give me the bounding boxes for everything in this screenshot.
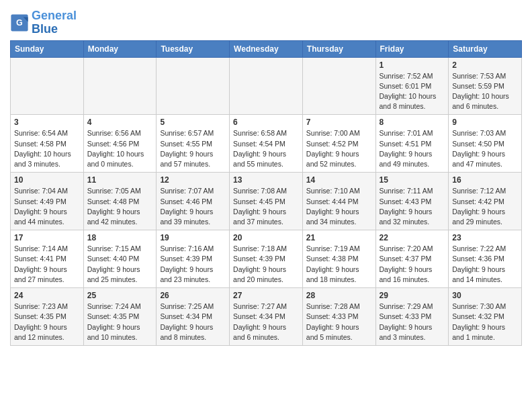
calendar-cell: 29Sunrise: 7:29 AMSunset: 4:33 PMDayligh… xyxy=(375,288,449,346)
calendar-cell: 30Sunrise: 7:30 AMSunset: 4:32 PMDayligh… xyxy=(449,288,522,346)
day-info: Sunrise: 7:15 AMSunset: 4:40 PMDaylight:… xyxy=(87,244,153,285)
day-number: 16 xyxy=(452,175,518,185)
day-info: Sunrise: 7:10 AMSunset: 4:44 PMDaylight:… xyxy=(306,186,372,227)
day-info: Sunrise: 7:22 AMSunset: 4:36 PMDaylight:… xyxy=(452,244,518,285)
weekday-header: Wednesday xyxy=(230,40,303,57)
day-number: 24 xyxy=(14,291,80,300)
day-info: Sunrise: 7:23 AMSunset: 4:35 PMDaylight:… xyxy=(14,302,80,342)
calendar-week: 24Sunrise: 7:23 AMSunset: 4:35 PMDayligh… xyxy=(11,288,522,346)
calendar-cell: 10Sunrise: 7:04 AMSunset: 4:49 PMDayligh… xyxy=(11,173,84,230)
day-number: 12 xyxy=(160,175,226,185)
day-number: 2 xyxy=(452,60,518,70)
calendar-cell xyxy=(157,57,230,115)
calendar-cell: 18Sunrise: 7:15 AMSunset: 4:40 PMDayligh… xyxy=(83,230,157,288)
day-info: Sunrise: 7:30 AMSunset: 4:32 PMDaylight:… xyxy=(452,302,518,342)
day-info: Sunrise: 7:04 AMSunset: 4:49 PMDaylight:… xyxy=(14,186,80,227)
calendar-cell: 1Sunrise: 7:52 AMSunset: 6:01 PMDaylight… xyxy=(375,57,449,115)
day-number: 25 xyxy=(87,291,153,300)
day-number: 18 xyxy=(87,233,153,242)
day-number: 8 xyxy=(380,118,445,127)
calendar-cell: 26Sunrise: 7:25 AMSunset: 4:34 PMDayligh… xyxy=(157,288,230,346)
calendar-cell: 20Sunrise: 7:18 AMSunset: 4:39 PMDayligh… xyxy=(230,230,303,288)
calendar-cell: 15Sunrise: 7:11 AMSunset: 4:43 PMDayligh… xyxy=(375,173,449,230)
calendar-cell: 11Sunrise: 7:05 AMSunset: 4:48 PMDayligh… xyxy=(83,173,157,230)
day-info: Sunrise: 7:12 AMSunset: 4:42 PMDaylight:… xyxy=(452,186,518,227)
day-number: 28 xyxy=(306,291,372,300)
day-number: 29 xyxy=(380,291,445,300)
calendar-cell: 8Sunrise: 7:01 AMSunset: 4:51 PMDaylight… xyxy=(375,115,449,173)
calendar-cell: 3Sunrise: 6:54 AMSunset: 4:58 PMDaylight… xyxy=(11,115,84,173)
calendar-week: 1Sunrise: 7:52 AMSunset: 6:01 PMDaylight… xyxy=(11,57,522,115)
day-info: Sunrise: 7:05 AMSunset: 4:48 PMDaylight:… xyxy=(87,186,153,227)
day-info: Sunrise: 7:11 AMSunset: 4:43 PMDaylight:… xyxy=(380,186,445,227)
calendar-week: 17Sunrise: 7:14 AMSunset: 4:41 PMDayligh… xyxy=(11,230,522,288)
calendar-cell: 4Sunrise: 6:56 AMSunset: 4:56 PMDaylight… xyxy=(83,115,157,173)
day-number: 22 xyxy=(380,233,445,242)
day-info: Sunrise: 7:00 AMSunset: 4:52 PMDaylight:… xyxy=(306,128,372,169)
day-number: 13 xyxy=(233,175,299,185)
day-number: 15 xyxy=(380,175,445,185)
calendar-week: 10Sunrise: 7:04 AMSunset: 4:49 PMDayligh… xyxy=(11,173,522,230)
day-info: Sunrise: 7:14 AMSunset: 4:41 PMDaylight:… xyxy=(14,244,80,285)
day-number: 3 xyxy=(14,118,80,127)
day-info: Sunrise: 7:24 AMSunset: 4:35 PMDaylight:… xyxy=(87,302,153,342)
logo: G GeneralBlue xyxy=(10,9,77,36)
day-info: Sunrise: 6:58 AMSunset: 4:54 PMDaylight:… xyxy=(233,128,299,169)
day-number: 10 xyxy=(14,175,80,185)
day-number: 4 xyxy=(87,118,153,127)
weekday-header: Thursday xyxy=(302,40,375,57)
calendar-cell: 14Sunrise: 7:10 AMSunset: 4:44 PMDayligh… xyxy=(302,173,375,230)
calendar-cell: 5Sunrise: 6:57 AMSunset: 4:55 PMDaylight… xyxy=(157,115,230,173)
day-number: 11 xyxy=(87,175,153,185)
calendar-cell: 9Sunrise: 7:03 AMSunset: 4:50 PMDaylight… xyxy=(449,115,522,173)
weekday-header: Friday xyxy=(375,40,449,57)
day-info: Sunrise: 7:03 AMSunset: 4:50 PMDaylight:… xyxy=(452,128,518,169)
day-info: Sunrise: 7:28 AMSunset: 4:33 PMDaylight:… xyxy=(306,302,372,342)
calendar-cell xyxy=(302,57,375,115)
calendar-cell xyxy=(83,57,157,115)
weekday-header: Sunday xyxy=(11,40,84,57)
weekday-header: Tuesday xyxy=(157,40,230,57)
day-number: 1 xyxy=(380,60,445,70)
day-number: 23 xyxy=(452,233,518,242)
calendar-cell: 23Sunrise: 7:22 AMSunset: 4:36 PMDayligh… xyxy=(449,230,522,288)
day-info: Sunrise: 7:27 AMSunset: 4:34 PMDaylight:… xyxy=(233,302,299,342)
calendar-cell: 19Sunrise: 7:16 AMSunset: 4:39 PMDayligh… xyxy=(157,230,230,288)
weekday-header: Monday xyxy=(83,40,157,57)
day-info: Sunrise: 7:08 AMSunset: 4:45 PMDaylight:… xyxy=(233,186,299,227)
calendar-cell: 17Sunrise: 7:14 AMSunset: 4:41 PMDayligh… xyxy=(11,230,84,288)
day-info: Sunrise: 7:07 AMSunset: 4:46 PMDaylight:… xyxy=(160,186,226,227)
day-number: 27 xyxy=(233,291,299,300)
calendar-cell: 2Sunrise: 7:53 AMSunset: 5:59 PMDaylight… xyxy=(449,57,522,115)
day-info: Sunrise: 7:29 AMSunset: 4:33 PMDaylight:… xyxy=(380,302,445,342)
day-info: Sunrise: 6:54 AMSunset: 4:58 PMDaylight:… xyxy=(14,128,80,169)
calendar-cell: 28Sunrise: 7:28 AMSunset: 4:33 PMDayligh… xyxy=(302,288,375,346)
day-info: Sunrise: 6:57 AMSunset: 4:55 PMDaylight:… xyxy=(160,128,226,169)
svg-text:G: G xyxy=(16,18,23,28)
calendar-cell: 6Sunrise: 6:58 AMSunset: 4:54 PMDaylight… xyxy=(230,115,303,173)
day-number: 6 xyxy=(233,118,299,127)
calendar-cell: 25Sunrise: 7:24 AMSunset: 4:35 PMDayligh… xyxy=(83,288,157,346)
calendar-cell: 27Sunrise: 7:27 AMSunset: 4:34 PMDayligh… xyxy=(230,288,303,346)
day-info: Sunrise: 7:16 AMSunset: 4:39 PMDaylight:… xyxy=(160,244,226,285)
logo-text: GeneralBlue xyxy=(32,9,77,36)
day-number: 20 xyxy=(233,233,299,242)
day-info: Sunrise: 6:56 AMSunset: 4:56 PMDaylight:… xyxy=(87,128,153,169)
day-number: 9 xyxy=(452,118,518,127)
calendar-cell: 22Sunrise: 7:20 AMSunset: 4:37 PMDayligh… xyxy=(375,230,449,288)
day-number: 5 xyxy=(160,118,226,127)
calendar-cell xyxy=(11,57,84,115)
weekday-header: Saturday xyxy=(449,40,522,57)
day-number: 17 xyxy=(14,233,80,242)
calendar-header: SundayMondayTuesdayWednesdayThursdayFrid… xyxy=(11,40,522,57)
calendar-cell: 13Sunrise: 7:08 AMSunset: 4:45 PMDayligh… xyxy=(230,173,303,230)
day-info: Sunrise: 7:53 AMSunset: 5:59 PMDaylight:… xyxy=(452,71,518,112)
day-info: Sunrise: 7:19 AMSunset: 4:38 PMDaylight:… xyxy=(306,244,372,285)
page-header: G GeneralBlue xyxy=(10,7,522,36)
calendar-week: 3Sunrise: 6:54 AMSunset: 4:58 PMDaylight… xyxy=(11,115,522,173)
day-info: Sunrise: 7:20 AMSunset: 4:37 PMDaylight:… xyxy=(380,244,445,285)
calendar-cell: 7Sunrise: 7:00 AMSunset: 4:52 PMDaylight… xyxy=(302,115,375,173)
day-info: Sunrise: 7:25 AMSunset: 4:34 PMDaylight:… xyxy=(160,302,226,342)
day-number: 14 xyxy=(306,175,372,185)
day-info: Sunrise: 7:18 AMSunset: 4:39 PMDaylight:… xyxy=(233,244,299,285)
